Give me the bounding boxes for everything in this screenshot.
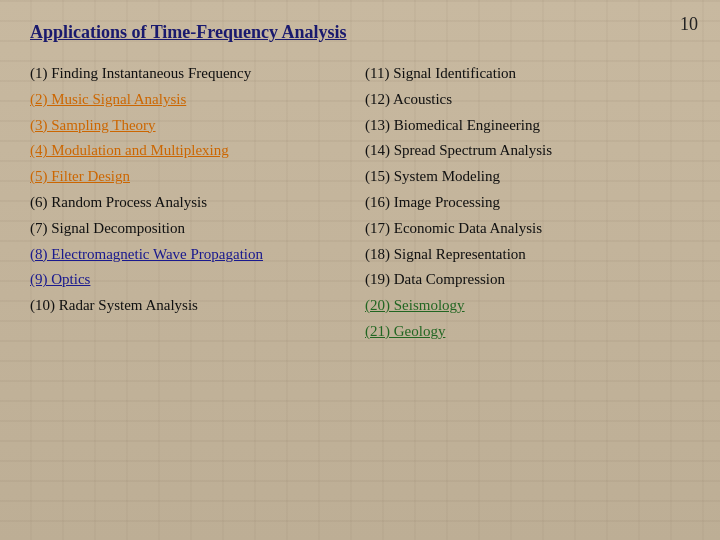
right-column: (11) Signal Identification(12) Acoustics…: [365, 61, 690, 345]
list-item[interactable]: (5) Filter Design: [30, 164, 355, 190]
list-item: (1) Finding Instantaneous Frequency: [30, 61, 355, 87]
item-grid: (1) Finding Instantaneous Frequency(2) M…: [30, 61, 690, 345]
list-item: (12) Acoustics: [365, 87, 690, 113]
list-item: (17) Economic Data Analysis: [365, 216, 690, 242]
list-item[interactable]: (4) Modulation and Multiplexing: [30, 138, 355, 164]
list-item: (18) Signal Representation: [365, 242, 690, 268]
list-item: (16) Image Processing: [365, 190, 690, 216]
list-item[interactable]: (21) Geology: [365, 319, 690, 345]
list-item: (7) Signal Decomposition: [30, 216, 355, 242]
main-content: Applications of Time-Frequency Analysis …: [0, 0, 720, 365]
list-item[interactable]: (8) Electromagnetic Wave Propagation: [30, 242, 355, 268]
list-item: (19) Data Compression: [365, 267, 690, 293]
list-item[interactable]: (20) Seismology: [365, 293, 690, 319]
page-number: 10: [680, 14, 698, 35]
list-item: (10) Radar System Analysis: [30, 293, 355, 319]
list-item[interactable]: (2) Music Signal Analysis: [30, 87, 355, 113]
page-title: Applications of Time-Frequency Analysis: [30, 22, 690, 43]
list-item: (11) Signal Identification: [365, 61, 690, 87]
list-item[interactable]: (3) Sampling Theory: [30, 113, 355, 139]
list-item[interactable]: (9) Optics: [30, 267, 355, 293]
list-item: (14) Spread Spectrum Analysis: [365, 138, 690, 164]
left-column: (1) Finding Instantaneous Frequency(2) M…: [30, 61, 355, 345]
list-item: (13) Biomedical Engineering: [365, 113, 690, 139]
list-item: (6) Random Process Analysis: [30, 190, 355, 216]
list-item: (15) System Modeling: [365, 164, 690, 190]
